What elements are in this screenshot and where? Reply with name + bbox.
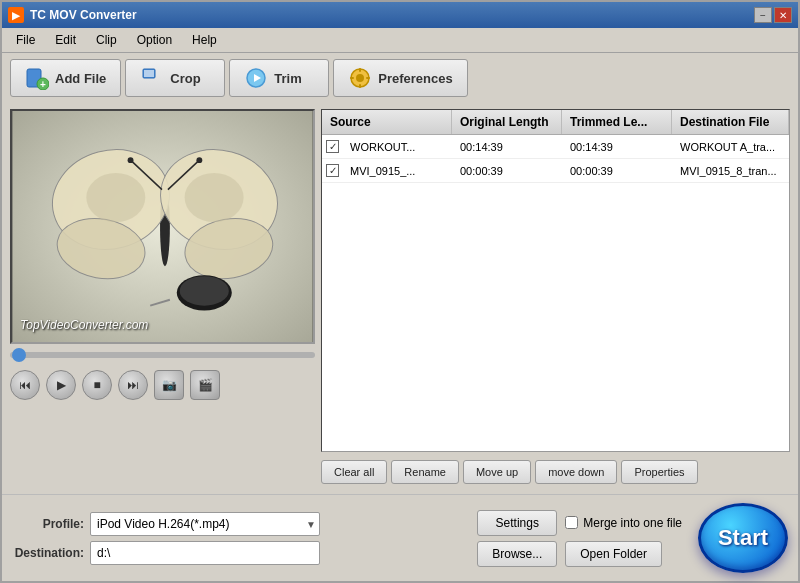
app-icon: ▶ bbox=[8, 7, 24, 23]
table-row[interactable]: ✓ WORKOUT... 00:14:39 00:14:39 WORKOUT A… bbox=[322, 135, 789, 159]
svg-point-23 bbox=[128, 157, 134, 163]
profile-label: Profile: bbox=[12, 517, 84, 531]
row-1-original-length: 00:14:39 bbox=[452, 136, 562, 158]
clear-all-button[interactable]: Clear all bbox=[321, 460, 387, 484]
profile-select[interactable]: iPod Video H.264(*.mp4) bbox=[90, 512, 320, 536]
window-title: TC MOV Converter bbox=[30, 8, 137, 22]
table-body: ✓ WORKOUT... 00:14:39 00:14:39 WORKOUT A… bbox=[322, 135, 789, 451]
merge-checkbox[interactable] bbox=[565, 516, 578, 529]
bottom-bar: Profile: iPod Video H.264(*.mp4) ▼ Desti… bbox=[2, 494, 798, 581]
file-table: Source Original Length Trimmed Le... Des… bbox=[321, 109, 790, 452]
browse-row: Browse... Open Folder bbox=[477, 541, 662, 567]
right-controls: Settings Merge into one file Browse... O… bbox=[477, 510, 682, 567]
add-file-button[interactable]: + Add File bbox=[10, 59, 121, 97]
svg-point-21 bbox=[185, 173, 244, 222]
title-bar: ▶ TC MOV Converter − ✕ bbox=[2, 2, 798, 28]
right-panel: Source Original Length Trimmed Le... Des… bbox=[321, 109, 790, 488]
row-2-destination: MVI_0915_8_tran... bbox=[672, 160, 789, 182]
preferences-button[interactable]: Preferences bbox=[333, 59, 467, 97]
menu-edit[interactable]: Edit bbox=[45, 30, 86, 50]
svg-point-20 bbox=[86, 173, 145, 222]
close-button[interactable]: ✕ bbox=[774, 7, 792, 23]
crop-button[interactable]: Crop bbox=[125, 59, 225, 97]
svg-rect-12 bbox=[366, 77, 370, 79]
fast-forward-button[interactable]: ⏭ bbox=[118, 370, 148, 400]
svg-rect-9 bbox=[359, 68, 361, 72]
table-header: Source Original Length Trimmed Le... Des… bbox=[322, 110, 789, 135]
menu-clip[interactable]: Clip bbox=[86, 30, 127, 50]
destination-row: Destination: bbox=[12, 541, 469, 565]
trim-button[interactable]: Trim bbox=[229, 59, 329, 97]
menu-option[interactable]: Option bbox=[127, 30, 182, 50]
player-controls: ⏮ ▶ ■ ⏭ 📷 🎬 bbox=[10, 366, 315, 404]
trim-icon bbox=[244, 66, 268, 90]
stop-button[interactable]: ■ bbox=[82, 370, 112, 400]
settings-row: Settings Merge into one file bbox=[477, 510, 682, 536]
play-button[interactable]: ▶ bbox=[46, 370, 76, 400]
preview-panel: TopVideoConverter.com ⏮ ▶ ■ ⏭ 📷 🎬 bbox=[10, 109, 315, 488]
merge-label: Merge into one file bbox=[583, 516, 682, 530]
seek-track[interactable] bbox=[10, 352, 315, 358]
row-1-trimmed-length: 00:14:39 bbox=[562, 136, 672, 158]
rename-button[interactable]: Rename bbox=[391, 460, 459, 484]
svg-text:+: + bbox=[40, 79, 46, 90]
checkbox-1[interactable]: ✓ bbox=[326, 140, 339, 153]
svg-rect-4 bbox=[144, 70, 154, 77]
row-2-original-length: 00:00:39 bbox=[452, 160, 562, 182]
preview-image bbox=[12, 111, 313, 342]
trim-label: Trim bbox=[274, 71, 301, 86]
checkbox-2[interactable]: ✓ bbox=[326, 164, 339, 177]
row-1-source: WORKOUT... bbox=[342, 136, 452, 158]
destination-label: Destination: bbox=[12, 546, 84, 560]
row-1-destination: WORKOUT A_tra... bbox=[672, 136, 789, 158]
profile-select-wrapper: iPod Video H.264(*.mp4) ▼ bbox=[90, 512, 320, 536]
header-destination-file: Destination File bbox=[672, 110, 789, 134]
row-2-source: MVI_0915_... bbox=[342, 160, 452, 182]
add-file-label: Add File bbox=[55, 71, 106, 86]
table-row[interactable]: ✓ MVI_0915_... 00:00:39 00:00:39 MVI_091… bbox=[322, 159, 789, 183]
preferences-label: Preferences bbox=[378, 71, 452, 86]
move-down-button[interactable]: move down bbox=[535, 460, 617, 484]
profile-row: Profile: iPod Video H.264(*.mp4) ▼ bbox=[12, 512, 469, 536]
main-window: ▶ TC MOV Converter − ✕ File Edit Clip Op… bbox=[0, 0, 800, 583]
row-2-trimmed-length: 00:00:39 bbox=[562, 160, 672, 182]
seek-bar[interactable] bbox=[10, 348, 315, 362]
screenshot-button[interactable]: 📷 bbox=[154, 370, 184, 400]
destination-input[interactable] bbox=[90, 541, 320, 565]
clip-button[interactable]: 🎬 bbox=[190, 370, 220, 400]
move-up-button[interactable]: Move up bbox=[463, 460, 531, 484]
main-content: TopVideoConverter.com ⏮ ▶ ■ ⏭ 📷 🎬 bbox=[2, 103, 798, 494]
menu-file[interactable]: File bbox=[6, 30, 45, 50]
open-folder-button[interactable]: Open Folder bbox=[565, 541, 662, 567]
header-original-length: Original Length bbox=[452, 110, 562, 134]
row-1-check[interactable]: ✓ bbox=[322, 135, 342, 158]
properties-button[interactable]: Properties bbox=[621, 460, 697, 484]
preview-box: TopVideoConverter.com bbox=[10, 109, 315, 344]
menu-help[interactable]: Help bbox=[182, 30, 227, 50]
crop-label: Crop bbox=[170, 71, 200, 86]
rewind-button[interactable]: ⏮ bbox=[10, 370, 40, 400]
svg-rect-11 bbox=[350, 77, 354, 79]
form-fields: Profile: iPod Video H.264(*.mp4) ▼ Desti… bbox=[12, 512, 469, 565]
svg-point-27 bbox=[180, 276, 229, 305]
minimize-button[interactable]: − bbox=[754, 7, 772, 23]
merge-checkbox-row: Merge into one file bbox=[565, 516, 682, 530]
settings-button[interactable]: Settings bbox=[477, 510, 557, 536]
table-buttons: Clear all Rename Move up move down Prope… bbox=[321, 456, 790, 488]
seek-thumb[interactable] bbox=[12, 348, 26, 362]
header-trimmed-length: Trimmed Le... bbox=[562, 110, 672, 134]
svg-rect-10 bbox=[359, 84, 361, 88]
crop-icon bbox=[140, 66, 164, 90]
row-2-check[interactable]: ✓ bbox=[322, 159, 342, 182]
toolbar: + Add File Crop Trim bbox=[2, 53, 798, 103]
start-button[interactable]: Start bbox=[698, 503, 788, 573]
svg-point-25 bbox=[196, 157, 202, 163]
window-controls: − ✕ bbox=[754, 7, 792, 23]
browse-button[interactable]: Browse... bbox=[477, 541, 557, 567]
svg-point-8 bbox=[356, 74, 364, 82]
header-source: Source bbox=[322, 110, 452, 134]
preview-watermark: TopVideoConverter.com bbox=[20, 318, 148, 332]
menu-bar: File Edit Clip Option Help bbox=[2, 28, 798, 53]
add-file-icon: + bbox=[25, 66, 49, 90]
title-bar-left: ▶ TC MOV Converter bbox=[8, 7, 137, 23]
